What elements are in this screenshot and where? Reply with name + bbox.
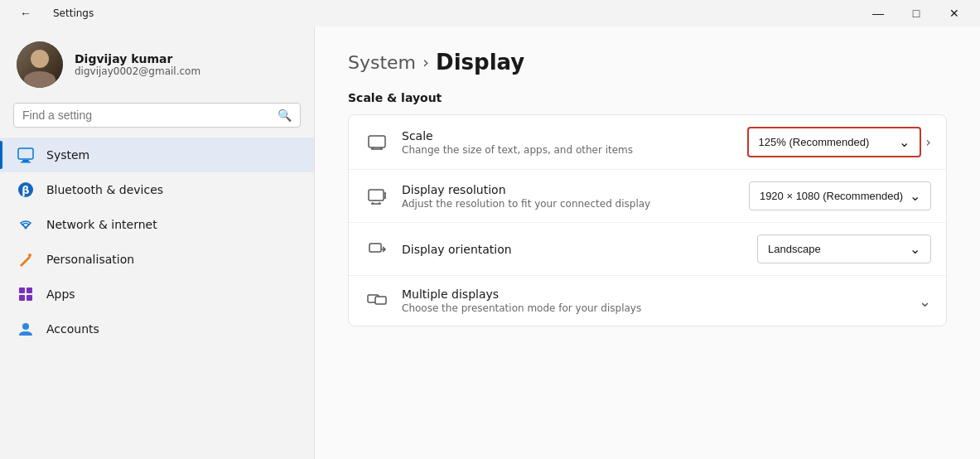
search-icon: 🔍: [278, 109, 292, 122]
dropdown-value-orientation: Landscape: [768, 243, 821, 255]
setting-control-scale: 125% (Recommended)⌄›: [747, 127, 931, 157]
personalise-icon: [17, 250, 35, 268]
titlebar: ← Settings — □ ✕: [0, 0, 980, 27]
setting-row-orientation[interactable]: Display orientationLandscape⌄: [349, 223, 946, 276]
svg-rect-17: [369, 244, 381, 252]
network-icon: [17, 215, 35, 234]
chevron-right-icon: ›: [926, 134, 931, 150]
dropdown-scale[interactable]: 125% (Recommended)⌄: [747, 127, 921, 157]
setting-name-resolution: Display resolution: [402, 183, 737, 196]
setting-control-resolution: 1920 × 1080 (Recommended)⌄: [749, 181, 931, 210]
sidebar-item-bluetooth[interactable]: βBluetooth & devices: [0, 172, 314, 207]
svg-point-11: [22, 323, 29, 330]
svg-rect-1: [22, 160, 29, 162]
sidebar: Digvijay kumar digvijay0002@gmail.com 🔍 …: [0, 27, 315, 459]
svg-rect-8: [27, 287, 32, 293]
svg-rect-12: [369, 136, 385, 147]
sidebar-item-label-accounts: Accounts: [46, 322, 99, 336]
content-area: System › Display Scale & layout ScaleCha…: [315, 27, 980, 459]
titlebar-left: ← Settings: [7, 0, 94, 27]
avatar-image: [17, 41, 63, 88]
app-title: Settings: [53, 7, 94, 19]
minimize-button[interactable]: —: [859, 0, 897, 27]
section-title: Scale & layout: [348, 91, 947, 104]
main-layout: Digvijay kumar digvijay0002@gmail.com 🔍 …: [0, 27, 980, 459]
settings-card: ScaleChange the size of text, apps, and …: [348, 114, 947, 326]
accounts-icon: [17, 320, 35, 338]
apps-icon: [17, 285, 35, 303]
chevron-down-icon: ⌄: [899, 134, 910, 150]
setting-desc-resolution: Adjust the resolution to fit your connec…: [402, 198, 737, 210]
user-profile[interactable]: Digvijay kumar digvijay0002@gmail.com: [0, 27, 314, 99]
dropdown-orientation[interactable]: Landscape⌄: [757, 234, 931, 263]
svg-rect-0: [18, 148, 33, 159]
svg-rect-10: [27, 295, 32, 301]
sidebar-item-accounts[interactable]: Accounts: [0, 312, 314, 346]
setting-row-resolution[interactable]: Display resolutionAdjust the resolution …: [349, 170, 946, 223]
user-name: Digvijay kumar: [75, 52, 200, 65]
svg-rect-13: [369, 190, 384, 201]
nav-items: SystemβBluetooth & devicesNetwork & inte…: [0, 138, 314, 346]
setting-row-scale[interactable]: ScaleChange the size of text, apps, and …: [349, 115, 946, 170]
setting-control-orientation: Landscape⌄: [757, 234, 931, 263]
scale-icon: [364, 129, 390, 156]
sidebar-item-label-system: System: [46, 148, 89, 162]
svg-rect-9: [19, 295, 25, 301]
setting-desc-multiple: Choose the presentation mode for your di…: [402, 302, 907, 314]
chevron-down-icon: ⌄: [910, 241, 920, 257]
setting-info-scale: ScaleChange the size of text, apps, and …: [402, 129, 736, 156]
sidebar-item-system[interactable]: System: [0, 138, 314, 172]
dropdown-value-scale: 125% (Recommended): [759, 136, 870, 148]
sidebar-item-network[interactable]: Network & internet: [0, 207, 314, 242]
setting-info-orientation: Display orientation: [402, 243, 746, 256]
sidebar-item-label-network: Network & internet: [46, 218, 157, 231]
avatar: [17, 41, 63, 88]
svg-rect-2: [21, 162, 31, 163]
sidebar-item-apps[interactable]: Apps: [0, 277, 314, 312]
setting-row-multiple[interactable]: Multiple displaysChoose the presentation…: [349, 276, 946, 326]
svg-text:β: β: [22, 184, 29, 196]
search-box[interactable]: 🔍: [13, 103, 301, 128]
window-controls: — □ ✕: [859, 0, 973, 27]
dropdown-value-resolution: 1920 × 1080 (Recommended): [760, 190, 903, 202]
svg-point-6: [28, 254, 31, 257]
close-button[interactable]: ✕: [935, 0, 973, 27]
breadcrumb-parent: System: [348, 52, 416, 73]
back-button[interactable]: ←: [7, 0, 45, 27]
setting-info-resolution: Display resolutionAdjust the resolution …: [402, 183, 737, 210]
user-email: digvijay0002@gmail.com: [75, 65, 200, 77]
chevron-down-icon: ⌄: [910, 188, 920, 204]
bluetooth-icon: β: [17, 181, 35, 199]
setting-desc-scale: Change the size of text, apps, and other…: [402, 144, 736, 156]
breadcrumb-separator: ›: [422, 52, 429, 72]
resolution-icon: [364, 183, 390, 210]
sidebar-item-label-apps: Apps: [46, 287, 75, 301]
setting-name-scale: Scale: [402, 129, 736, 143]
setting-control-multiple: ⌄: [919, 292, 931, 310]
sidebar-item-personalisation[interactable]: Personalisation: [0, 242, 314, 277]
svg-point-5: [25, 227, 27, 230]
search-input[interactable]: [22, 109, 271, 122]
system-icon: [17, 146, 35, 164]
maximize-button[interactable]: □: [897, 0, 935, 27]
svg-rect-7: [19, 287, 25, 293]
breadcrumb-current: Display: [436, 50, 524, 75]
breadcrumb: System › Display: [348, 50, 947, 75]
expand-chevron-icon: ⌄: [919, 292, 931, 310]
svg-rect-19: [375, 297, 386, 304]
setting-name-orientation: Display orientation: [402, 243, 746, 256]
user-info: Digvijay kumar digvijay0002@gmail.com: [75, 52, 200, 77]
setting-info-multiple: Multiple displaysChoose the presentation…: [402, 287, 907, 314]
orientation-icon: [364, 236, 390, 263]
setting-name-multiple: Multiple displays: [402, 287, 907, 301]
sidebar-item-label-personalisation: Personalisation: [46, 253, 134, 266]
sidebar-item-label-bluetooth: Bluetooth & devices: [46, 183, 163, 196]
multiple-icon: [364, 287, 390, 314]
dropdown-resolution[interactable]: 1920 × 1080 (Recommended)⌄: [749, 181, 931, 210]
